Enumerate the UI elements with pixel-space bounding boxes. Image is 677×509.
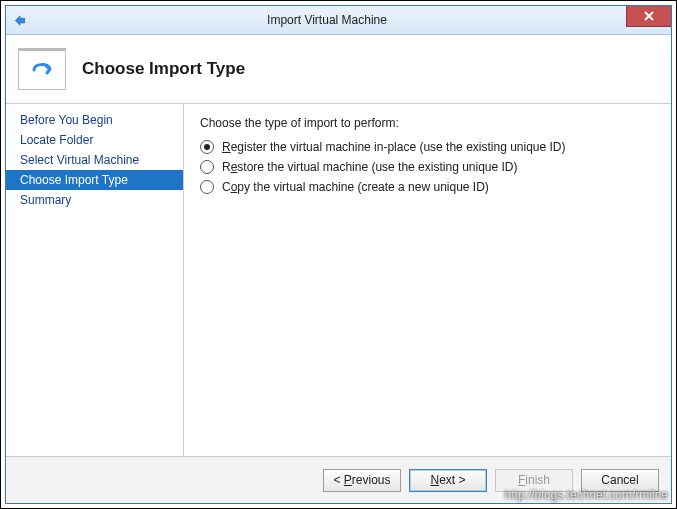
option-label: Register the virtual machine in-place (u… [222,140,566,154]
import-icon [18,48,66,90]
close-button[interactable] [626,6,671,27]
next-button[interactable]: Next > [409,469,487,492]
wizard-body: Before You Begin Locate Folder Select Vi… [6,104,671,456]
radio-icon [200,140,214,154]
wizard-steps-sidebar: Before You Begin Locate Folder Select Vi… [6,104,184,456]
step-before-you-begin[interactable]: Before You Begin [6,110,183,130]
option-label: Copy the virtual machine (create a new u… [222,180,489,194]
wizard-footer: < Previous Next > Finish Cancel [6,456,671,503]
titlebar: Import Virtual Machine [6,6,671,35]
wizard-content: Choose the type of import to perform: Re… [184,104,671,456]
step-choose-import-type[interactable]: Choose Import Type [6,170,183,190]
radio-icon [200,160,214,174]
radio-icon [200,180,214,194]
page-title: Choose Import Type [82,59,245,79]
window-icon [12,12,28,28]
dialog-window: Import Virtual Machine Choose Import Typ… [5,5,672,504]
step-locate-folder[interactable]: Locate Folder [6,130,183,150]
content-instruction: Choose the type of import to perform: [200,116,655,130]
wizard-header: Choose Import Type [6,35,671,104]
option-label: Restore the virtual machine (use the exi… [222,160,518,174]
previous-button[interactable]: < Previous [323,469,401,492]
step-select-virtual-machine[interactable]: Select Virtual Machine [6,150,183,170]
step-summary[interactable]: Summary [6,190,183,210]
option-copy[interactable]: Copy the virtual machine (create a new u… [200,180,655,194]
window-title: Import Virtual Machine [28,13,626,27]
screenshot-frame: Import Virtual Machine Choose Import Typ… [0,0,677,509]
option-restore[interactable]: Restore the virtual machine (use the exi… [200,160,655,174]
option-register[interactable]: Register the virtual machine in-place (u… [200,140,655,154]
finish-button: Finish [495,469,573,492]
cancel-button[interactable]: Cancel [581,469,659,492]
